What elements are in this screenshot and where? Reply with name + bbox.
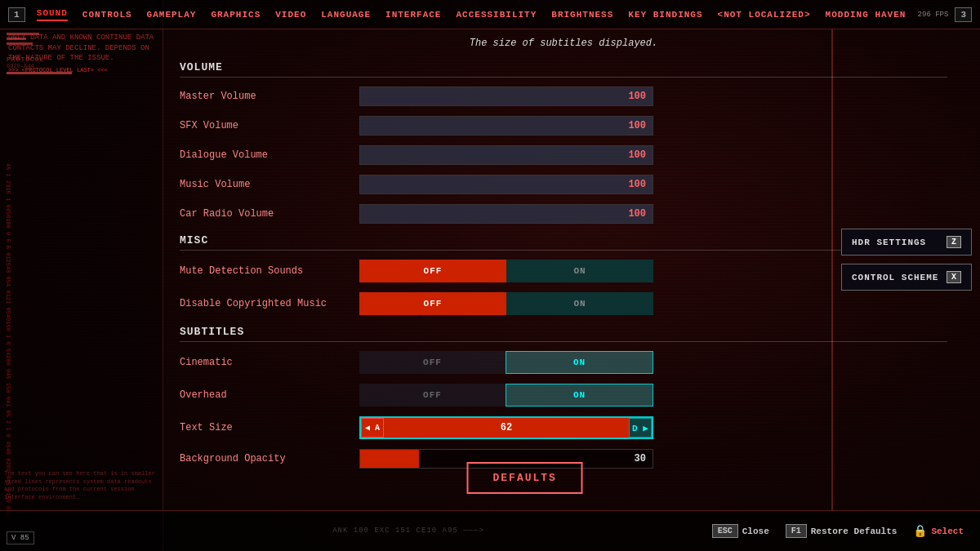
dialogue-volume-row: Dialogue Volume 100 [180,141,947,169]
restore-defaults-action[interactable]: F1 Restore Defaults [786,524,898,538]
disable-copyrighted-control[interactable]: OFF ON [359,292,653,315]
nav-item-controls[interactable]: CONTROLS [82,10,132,20]
car-radio-volume-value: 100 [628,208,646,220]
nav-item-notlocalized[interactable]: <NOT LOCALIZED> [718,10,811,20]
background-opacity-value: 30 [635,453,646,464]
control-scheme-key: X [947,271,961,283]
music-volume-control[interactable]: 100 [359,175,653,194]
overhead-on[interactable]: ON [506,384,653,407]
car-radio-volume-control[interactable]: 100 [359,204,653,224]
dialogue-volume-value: 100 [628,149,646,161]
bottom-center-deco: ANK 100 EXC 151 CE10 A95 ———> [163,510,653,551]
control-scheme-label: CONTROL SCHEME [852,273,942,282]
background-opacity-label: Background Opacity [180,453,359,464]
nav-item-language[interactable]: LANGUAGE [321,10,371,20]
master-volume-value: 100 [628,91,646,102]
text-size-row: Text Size ◀ A 62 D ▶ [180,412,947,443]
right-buttons: HDR SETTINGS Z CONTROL SCHEME X [841,229,972,291]
car-radio-volume-label: Car Radio Volume [180,208,359,220]
disable-copyrighted-label: Disable Copyrighted Music [180,298,359,309]
nav-item-graphics[interactable]: GRAPHICS [211,10,261,20]
left-vertical-text: 45 1 2315 1 0450100 0 0 B 012540 054 012… [4,163,11,517]
corner-btn-right[interactable]: 3 [955,7,972,22]
restore-defaults-label: Restore Defaults [811,527,898,536]
master-volume-row: Master Volume 100 [180,82,947,110]
overhead-row: Overhead OFF ON [180,380,947,411]
sfx-volume-control[interactable]: 100 [359,116,653,136]
nav-item-gameplay[interactable]: GAMEPLAY [147,10,197,20]
dialogue-volume-label: Dialogue Volume [180,149,359,161]
misc-header: Misc [180,234,947,251]
mute-detection-control[interactable]: OFF ON [359,260,653,282]
cinematic-control[interactable]: OFF ON [359,351,653,374]
lock-icon: 🔒 [913,524,927,538]
hdr-settings-button[interactable]: HDR SETTINGS Z [841,229,972,256]
overhead-control[interactable]: OFF ON [359,384,653,407]
music-volume-row: Music Volume 100 [180,171,947,198]
overhead-off[interactable]: OFF [359,384,506,407]
text-size-decrement[interactable]: ◀ A [361,418,384,438]
select-label: Select [931,527,964,536]
bottom-bar: ANK 100 EXC 151 CE10 A95 ———> ESC Close … [0,510,980,551]
cinematic-label: Cinematic [180,357,359,368]
cinematic-off[interactable]: OFF [359,351,506,374]
music-volume-label: Music Volume [180,179,359,190]
cinematic-on[interactable]: ON [506,351,653,374]
corner-btn-left[interactable]: 1 [8,7,25,22]
fps-display: 296 FPS [918,11,949,19]
protocol-title: PROTOCOL [7,56,72,63]
protocol-logo: PROTOCOL 6920-A44 [7,33,72,74]
cinematic-row: Cinematic OFF ON [180,347,947,378]
nav-item-modding[interactable]: MODDING HAVEN [826,10,906,20]
sfx-volume-row: SFX Volume 100 [180,112,947,140]
control-scheme-button[interactable]: CONTROL SCHEME X [841,264,972,291]
mute-detection-label: Mute Detection Sounds [180,265,359,277]
defaults-button[interactable]: DEFAULTS [467,462,583,494]
mute-detection-row: Mute Detection Sounds OFF ON [180,256,947,287]
hdr-settings-label: HDR SETTINGS [852,238,942,247]
disable-copyrighted-off[interactable]: OFF [359,292,506,315]
version-badge: V 85 [7,531,34,544]
subtitle-hint: The size of subtitles displayed. [180,38,947,49]
nav-item-sound[interactable]: SOUND [37,8,68,21]
dialogue-volume-control[interactable]: 100 [359,145,653,165]
car-radio-volume-row: Car Radio Volume 100 [180,200,947,228]
nav-item-brightness[interactable]: BRIGHTNESS [551,10,613,20]
master-volume-control[interactable]: 100 [359,87,653,106]
misc-section: Misc Mute Detection Sounds OFF ON Disabl… [180,234,947,319]
select-action[interactable]: 🔒 Select [913,524,964,538]
nav-item-keybindings[interactable]: KEY BINDINGS [628,10,702,20]
text-size-label: Text Size [180,422,359,433]
nav-item-interface[interactable]: INTERFACE [385,10,441,20]
protocol-code: 6920-A44 [7,63,72,69]
subtitles-header: Subtitles [180,326,947,342]
text-size-increment[interactable]: D ▶ [629,418,652,438]
nav-items: SOUND CONTROLS GAMEPLAY GRAPHICS VIDEO L… [25,8,918,21]
nav-item-accessibility[interactable]: ACCESSIBILITY [456,10,537,20]
defaults-btn-container: DEFAULTS [467,462,583,494]
music-volume-value: 100 [628,179,646,190]
close-key: ESC [712,524,738,538]
text-size-control[interactable]: ◀ A 62 D ▶ [359,416,653,439]
mute-detection-off[interactable]: OFF [359,260,506,282]
disable-copyrighted-row: Disable Copyrighted Music OFF ON [180,288,947,319]
restore-defaults-key: F1 [786,524,807,538]
sfx-volume-label: SFX Volume [180,120,359,131]
text-size-value: 62 [384,418,629,438]
close-action[interactable]: ESC Close [712,524,769,538]
hdr-settings-key: Z [947,236,961,248]
sfx-volume-value: 100 [628,120,646,131]
overhead-label: Overhead [180,389,359,401]
close-label: Close [742,527,769,536]
master-volume-label: Master Volume [180,91,359,102]
top-nav: 1 SOUND CONTROLS GAMEPLAY GRAPHICS VIDEO… [0,0,980,29]
volume-header: Volume [180,61,947,78]
subtitles-section: Subtitles Cinematic OFF ON Overhead OFF … [180,326,947,473]
bottom-left-deco: The text you can see here that is in sma… [0,466,163,506]
mute-detection-on[interactable]: ON [506,260,653,282]
nav-item-video[interactable]: VIDEO [275,10,306,20]
disable-copyrighted-on[interactable]: ON [506,292,653,315]
volume-section: Volume Master Volume 100 SFX Volume 100 … [180,61,947,228]
